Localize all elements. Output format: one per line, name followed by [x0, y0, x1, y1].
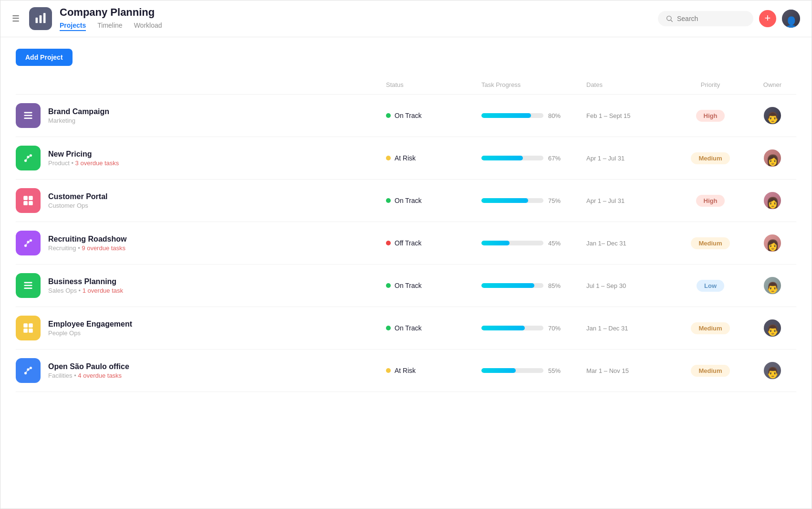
project-text: Employee Engagement People Ops — [48, 320, 132, 337]
project-category: Customer Ops — [48, 202, 88, 209]
col-status: Status — [386, 81, 481, 88]
priority-cell: Low — [672, 281, 749, 290]
project-name: Recruiting Roadshow — [48, 235, 126, 244]
tab-workload[interactable]: Workload — [134, 21, 162, 31]
status-label: Off Track — [395, 239, 422, 247]
table-row[interactable]: New Pricing Product • 3 overdue tasks At… — [16, 137, 796, 180]
priority-cell: Medium — [672, 324, 749, 332]
table-row[interactable]: Customer Portal Customer Ops On Track 75… — [16, 180, 796, 222]
owner-avatar: 👩 — [764, 234, 781, 252]
priority-cell: High — [672, 111, 749, 120]
priority-badge: Low — [697, 280, 724, 292]
svg-rect-0 — [36, 18, 38, 23]
status-cell: Off Track — [386, 239, 481, 247]
progress-cell: 70% — [481, 325, 586, 332]
overdue-label: 4 overdue tasks — [78, 372, 122, 379]
owner-avatar: 👨 — [764, 277, 781, 294]
progress-cell: 80% — [481, 112, 586, 119]
owner-avatar: 👩 — [764, 149, 781, 167]
svg-rect-14 — [29, 196, 33, 200]
overdue-label: 9 overdue tasks — [82, 244, 125, 252]
owner-avatar: 👨 — [764, 362, 781, 379]
project-name: Business Planning — [48, 277, 123, 286]
project-info: Business Planning Sales Ops • 1 overdue … — [16, 273, 386, 298]
project-text: Customer Portal Customer Ops — [48, 192, 107, 209]
search-input[interactable] — [677, 15, 739, 22]
progress-bar-bg — [481, 326, 543, 330]
progress-percent: 85% — [548, 282, 565, 289]
table-row[interactable]: Business Planning Sales Ops • 1 overdue … — [16, 265, 796, 307]
table-row[interactable]: Recruiting Roadshow Recruiting • 9 overd… — [16, 222, 796, 265]
owner-cell: 👩 — [749, 192, 796, 209]
status-label: On Track — [395, 197, 422, 204]
owner-cell: 👨 — [749, 362, 796, 379]
priority-badge: Medium — [691, 365, 729, 377]
progress-cell: 85% — [481, 282, 586, 289]
progress-percent: 67% — [548, 155, 565, 162]
status-cell: At Risk — [386, 367, 481, 374]
col-dates: Dates — [586, 81, 672, 88]
status-label: At Risk — [395, 367, 416, 374]
project-sub: Facilities • 4 overdue tasks — [48, 372, 129, 379]
project-icon — [16, 316, 41, 340]
progress-bar-bg — [481, 113, 543, 118]
owner-cell: 👨 — [749, 107, 796, 124]
header: ☰ Company Planning Projects Timeline Wor… — [0, 0, 812, 37]
progress-bar-bg — [481, 283, 543, 288]
tab-timeline[interactable]: Timeline — [97, 21, 122, 31]
svg-rect-5 — [24, 112, 32, 113]
progress-cell: 45% — [481, 240, 586, 247]
table-row[interactable]: Brand Campaign Marketing On Track 80% Fe… — [16, 95, 796, 137]
add-button[interactable]: + — [759, 10, 776, 27]
table-row[interactable]: Open São Paulo office Facilities • 4 ove… — [16, 350, 796, 392]
project-info: Recruiting Roadshow Recruiting • 9 overd… — [16, 231, 386, 255]
project-sub: People Ops — [48, 329, 132, 337]
status-dot — [386, 368, 391, 373]
project-name: Employee Engagement — [48, 320, 132, 329]
status-dot — [386, 113, 391, 118]
project-name: Customer Portal — [48, 192, 107, 201]
priority-badge: High — [696, 110, 725, 122]
owner-cell: 👩 — [749, 149, 796, 167]
status-cell: On Track — [386, 112, 481, 119]
user-avatar[interactable]: 👤 — [782, 10, 800, 28]
progress-bar-fill — [481, 113, 531, 118]
overdue-label: 3 overdue tasks — [75, 159, 119, 167]
user-avatar-img: 👤 — [782, 10, 800, 28]
progress-bar-fill — [481, 368, 516, 373]
tab-projects[interactable]: Projects — [60, 21, 86, 31]
dates-cell: Apr 1 – Jul 31 — [586, 197, 672, 204]
project-info: Open São Paulo office Facilities • 4 ove… — [16, 358, 386, 383]
project-icon — [16, 231, 41, 255]
priority-badge: Medium — [691, 322, 729, 334]
project-category: Recruiting • — [48, 244, 82, 252]
progress-bar-fill — [481, 156, 523, 160]
app-container: ☰ Company Planning Projects Timeline Wor… — [0, 0, 812, 509]
table-row[interactable]: Employee Engagement People Ops On Track … — [16, 307, 796, 350]
progress-bar-fill — [481, 283, 534, 288]
project-name: Open São Paulo office — [48, 362, 129, 371]
svg-rect-25 — [23, 323, 28, 328]
svg-rect-15 — [23, 201, 28, 205]
svg-line-11 — [26, 157, 28, 161]
status-dot — [386, 326, 391, 330]
project-text: Business Planning Sales Ops • 1 overdue … — [48, 277, 123, 294]
project-icon — [16, 146, 41, 170]
progress-cell: 75% — [481, 197, 586, 204]
search-bar[interactable] — [658, 11, 753, 26]
project-text: New Pricing Product • 3 overdue tasks — [48, 150, 119, 167]
priority-cell: Medium — [672, 239, 749, 247]
priority-badge: Medium — [691, 237, 729, 249]
svg-rect-27 — [23, 329, 28, 333]
menu-icon[interactable]: ☰ — [12, 13, 20, 24]
project-category: Sales Ops • — [48, 287, 83, 294]
priority-badge: High — [696, 195, 725, 207]
project-sub: Product • 3 overdue tasks — [48, 159, 119, 167]
progress-bar-bg — [481, 368, 543, 373]
project-sub: Customer Ops — [48, 202, 107, 209]
svg-rect-23 — [24, 285, 32, 286]
status-cell: On Track — [386, 197, 481, 204]
add-project-button[interactable]: Add Project — [16, 49, 73, 66]
owner-avatar: 👨 — [764, 319, 781, 337]
progress-percent: 55% — [548, 367, 565, 374]
